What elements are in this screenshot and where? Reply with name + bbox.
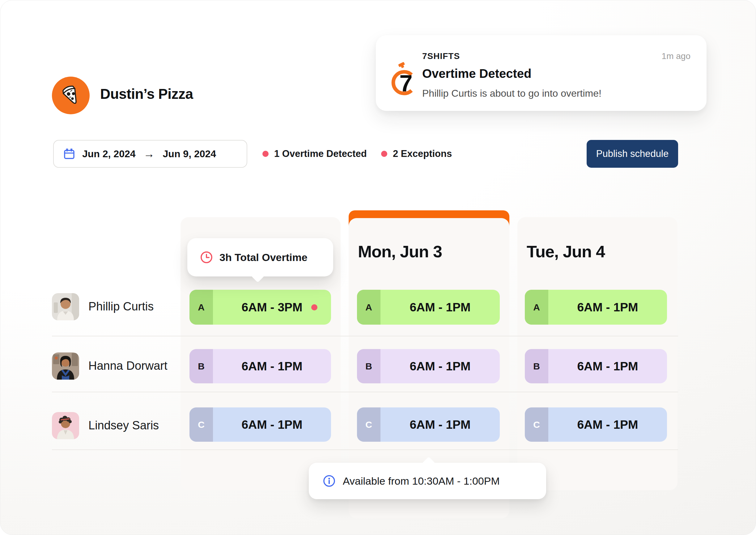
notification-timestamp: 1m ago — [662, 51, 690, 61]
avatar — [52, 412, 79, 439]
day-header-tue: Tue, Jun 4 — [527, 242, 605, 261]
shift-pill[interactable]: C 6AM - 1PM — [357, 408, 500, 442]
notification-toast[interactable]: 7 7SHIFTS 1m ago Overtime Detected Phill… — [376, 35, 707, 111]
shift-pill[interactable]: B 6AM - 1PM — [525, 349, 667, 383]
shift-pill[interactable]: B 6AM - 1PM — [189, 349, 331, 383]
shift-time: 6AM - 1PM — [548, 408, 667, 442]
day-header-mon: Mon, Jun 3 — [358, 242, 442, 261]
publish-schedule-button[interactable]: Publish schedule — [587, 140, 678, 168]
row-divider — [52, 392, 678, 392]
info-icon — [322, 474, 336, 488]
red-dot-icon — [262, 151, 269, 157]
notification-message: Phillip Curtis is about to go into overt… — [422, 88, 601, 99]
employee-name: Lindsey Saris — [88, 419, 159, 432]
row-divider — [52, 336, 678, 336]
overtime-indicator-label: 1 Overtime Detected — [274, 148, 367, 159]
shift-time: 6AM - 1PM — [213, 349, 331, 383]
shift-pill[interactable]: A 6AM - 1PM — [357, 290, 500, 324]
shift-pill[interactable]: A 6AM - 3PM — [189, 290, 331, 324]
shift-label: A — [525, 290, 548, 324]
shift-label: B — [357, 349, 381, 383]
notification-app-name: 7SHIFTS — [422, 51, 460, 61]
availability-tooltip-text: Available from 10:30AM - 1:00PM — [343, 475, 500, 487]
svg-text:7: 7 — [399, 70, 412, 97]
calendar-icon — [62, 147, 76, 161]
shift-time: 6AM - 1PM — [381, 408, 500, 442]
pizza-icon — [57, 82, 84, 109]
schedule-page: Dustin’s Pizza 7 7SHIFTS 1m ago Overtime… — [0, 0, 756, 535]
overtime-alert-dot — [311, 304, 317, 310]
shift-label: C — [189, 408, 213, 442]
restaurant-logo — [52, 77, 90, 114]
shift-label: A — [357, 290, 381, 324]
7shifts-stopwatch-icon: 7 — [387, 62, 420, 98]
employee-name: Phillip Curtis — [88, 300, 154, 313]
shift-time: 6AM - 3PM — [241, 300, 302, 314]
overtime-tooltip: 3h Total Overtime — [187, 238, 333, 276]
publish-schedule-label: Publish schedule — [596, 148, 669, 159]
shift-label: C — [357, 408, 381, 442]
employee-name: Hanna Dorwart — [88, 359, 167, 373]
shift-pill[interactable]: C 6AM - 1PM — [189, 408, 331, 442]
shift-time: 6AM - 1PM — [381, 290, 500, 324]
row-divider — [52, 449, 678, 450]
avatar — [52, 293, 79, 320]
red-dot-icon — [381, 151, 387, 157]
shift-pill[interactable]: A 6AM - 1PM — [525, 290, 667, 324]
arrow-right-icon: → — [144, 147, 155, 160]
page-title: Dustin’s Pizza — [100, 86, 193, 102]
shift-time: 6AM - 1PM — [548, 349, 667, 383]
shift-pill[interactable]: C 6AM - 1PM — [525, 408, 667, 442]
clock-icon — [200, 250, 213, 264]
date-range-picker[interactable]: Jun 2, 2024 → Jun 9, 2024 — [53, 140, 247, 168]
shift-label: C — [525, 408, 548, 442]
exceptions-indicator: 2 Exceptions — [381, 140, 452, 168]
overtime-indicator: 1 Overtime Detected — [262, 140, 367, 168]
shift-label: A — [189, 290, 213, 324]
date-range-start: Jun 2, 2024 — [82, 148, 136, 160]
shift-label: B — [189, 349, 213, 383]
shift-time: 6AM - 1PM — [381, 349, 500, 383]
date-range-end: Jun 9, 2024 — [163, 148, 217, 160]
overtime-tooltip-text: 3h Total Overtime — [219, 251, 307, 264]
shift-time: 6AM - 1PM — [213, 408, 331, 442]
avatar — [52, 352, 79, 380]
shift-pill[interactable]: B 6AM - 1PM — [357, 349, 500, 383]
notification-title: Overtime Detected — [422, 67, 531, 81]
availability-tooltip: Available from 10:30AM - 1:00PM — [309, 463, 546, 499]
exceptions-indicator-label: 2 Exceptions — [393, 148, 452, 159]
shift-time: 6AM - 1PM — [548, 290, 667, 324]
shift-label: B — [525, 349, 548, 383]
